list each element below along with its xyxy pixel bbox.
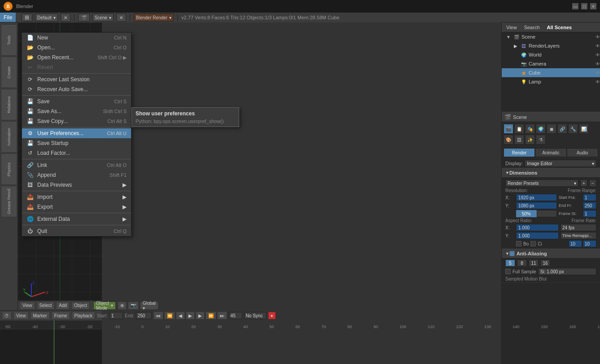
render-preset-add[interactable]: +: [580, 180, 587, 187]
menu-save-startup[interactable]: 💾 Save Startup: [22, 138, 131, 148]
layout-icon[interactable]: ⊞: [22, 13, 32, 22]
world-eye-icon[interactable]: 👁: [596, 53, 600, 57]
menu-user-prefs[interactable]: ⚙ User Preferences... Ctrl Alt U: [22, 128, 131, 138]
props-tab-modifiers[interactable]: 🔧: [568, 124, 578, 134]
menu-load-factory[interactable]: ↺ Load Factor...: [22, 148, 131, 158]
bo-input[interactable]: 10: [569, 240, 582, 247]
viewport-camera-btn[interactable]: 📷: [128, 302, 139, 310]
start-fra-input[interactable]: 1: [583, 194, 596, 201]
viewport-add-btn[interactable]: Add: [56, 302, 70, 310]
menu-external-data[interactable]: 🌐 External Data ▶: [22, 214, 131, 224]
timeline-icon[interactable]: ⏱: [2, 311, 12, 320]
ci-input[interactable]: 10: [583, 240, 596, 247]
end-input[interactable]: 250: [136, 312, 152, 319]
props-tab-scene[interactable]: 🎭: [525, 124, 535, 134]
timeline-view-btn[interactable]: View: [13, 311, 29, 320]
props-tab-constraints[interactable]: 🔗: [557, 124, 567, 134]
bo-checkbox[interactable]: [516, 241, 521, 246]
object-mode-dropdown[interactable]: Object Mode▾: [93, 302, 116, 310]
renderlayer-eye-icon[interactable]: 👁: [596, 44, 600, 48]
sidebar-tab-create[interactable]: Create: [1, 57, 17, 88]
props-tab-material[interactable]: 🎨: [504, 135, 513, 145]
minimize-button[interactable]: —: [572, 3, 578, 9]
aa-16[interactable]: 16: [540, 259, 550, 267]
props-tab-renderlayer[interactable]: 📋: [514, 124, 524, 134]
menu-recover-last[interactable]: ⟳ Recover Last Session: [22, 75, 131, 84]
prev-frame-btn[interactable]: ⏪: [164, 311, 175, 320]
aa-5[interactable]: 5: [505, 259, 515, 267]
menu-new[interactable]: 📄 New Ctrl N: [22, 33, 131, 43]
engine-dropdown[interactable]: Blender Render ▾: [134, 13, 174, 22]
prev-keyframe-btn[interactable]: ◀: [176, 311, 185, 320]
render-preset-remove[interactable]: −: [589, 180, 596, 187]
props-tab-texture[interactable]: 🖼: [514, 135, 524, 145]
menu-recover-auto[interactable]: ⟳ Recover Auto Save...: [22, 84, 131, 94]
sidebar-tab-grease[interactable]: Grease Pencil: [1, 186, 17, 217]
viewport-view-btn[interactable]: View: [20, 302, 35, 310]
scene-eye-icon[interactable]: 👁: [596, 35, 600, 39]
menu-import[interactable]: 📥 Import ▶: [22, 192, 131, 202]
render-preset-dropdown[interactable]: Render Presets ▾: [505, 180, 578, 187]
viewport-select-btn[interactable]: Select: [37, 302, 55, 310]
menu-revert[interactable]: ↩ Revert: [22, 62, 131, 72]
props-tab-particles[interactable]: ✨: [525, 135, 535, 145]
layout-close[interactable]: ✕: [61, 13, 70, 22]
outliner-tab-all-scenes[interactable]: All Scenes: [545, 25, 574, 30]
timeline-playback-btn[interactable]: Playback: [72, 311, 96, 320]
sidebar-tab-animation[interactable]: Animation: [1, 121, 17, 153]
sidebar-tab-relations[interactable]: Relations: [1, 89, 17, 120]
props-tab-physics[interactable]: ⚗: [536, 135, 546, 145]
full-sample-checkbox[interactable]: [505, 269, 511, 274]
outliner-item-world[interactable]: 🌍 World 👁: [502, 50, 600, 59]
sync-dropdown[interactable]: No Sync: [244, 312, 267, 319]
percent-filled[interactable]: 50%: [516, 210, 537, 217]
timeline-body[interactable]: -50 -40 -30 -20 -10 0 10 20 30 40 50 60 …: [0, 320, 102, 364]
maximize-button[interactable]: □: [581, 3, 587, 9]
outliner-item-cube[interactable]: ◼ Cube 👁: [502, 68, 600, 77]
dimensions-section-header[interactable]: Dimensions: [502, 168, 600, 178]
record-btn[interactable]: ●: [268, 312, 276, 319]
props-tab-data[interactable]: 📊: [579, 124, 589, 134]
skip-end-btn[interactable]: ⏭: [217, 311, 227, 320]
menu-export[interactable]: 📤 Export ▶: [22, 202, 131, 212]
file-menu-trigger[interactable]: File: [0, 13, 16, 22]
menu-data-previews[interactable]: 🖼 Data Previews ▶: [22, 180, 131, 190]
time-remap-input[interactable]: Time Remappi...: [561, 232, 596, 239]
outliner-tab-search[interactable]: Search: [522, 25, 542, 30]
sidebar-tab-physics[interactable]: Physics: [1, 153, 17, 185]
viewport-object-btn[interactable]: Object: [71, 302, 90, 310]
props-tab-render[interactable]: 🎬: [504, 124, 513, 134]
next-frame-btn[interactable]: ⏩: [206, 311, 216, 320]
res-y-input[interactable]: 1080 px: [516, 202, 557, 209]
sidebar-tab-tools[interactable]: Tools: [1, 24, 17, 56]
global-dropdown[interactable]: Global ▾: [140, 302, 158, 310]
lamp-eye-icon[interactable]: 👁: [596, 79, 600, 84]
menu-save-copy[interactable]: 💾 Save Copy... Ctrl Alt S: [22, 116, 131, 126]
frame-rate-input[interactable]: 24 fps: [561, 224, 596, 231]
scene-icon[interactable]: 🎬: [78, 13, 90, 22]
aa-11[interactable]: 11: [529, 259, 539, 267]
outliner-item-scene[interactable]: ▼ 🎬 Scene 👁: [502, 32, 600, 41]
render-tab-animatic[interactable]: Animatic: [535, 148, 566, 157]
ci-checkbox[interactable]: [530, 241, 536, 246]
menu-save-as[interactable]: 💾 Save As... Shift Ctrl S: [22, 106, 131, 116]
res-x-input[interactable]: 1920 px: [516, 194, 557, 201]
aspect-y-input[interactable]: 1.000: [516, 232, 559, 239]
outliner-item-renderlayers[interactable]: ▶ 🖼 RenderLayers 👁: [502, 41, 600, 50]
viewport-perspective-btn[interactable]: ⊕: [118, 302, 127, 310]
menu-open[interactable]: 📂 Open... Ctrl O: [22, 43, 131, 53]
menu-append[interactable]: 📎 Append Shift F1: [22, 170, 131, 180]
aspect-x-input[interactable]: 1.000: [516, 224, 559, 231]
outliner-tab-view[interactable]: View: [504, 25, 519, 30]
outliner-item-camera[interactable]: 📷 Camera 👁: [502, 59, 600, 68]
timeline-frame-btn[interactable]: Frame: [52, 311, 70, 320]
scene-dropdown[interactable]: Scene ▾: [92, 13, 114, 22]
render-tab-render[interactable]: Render: [504, 148, 535, 157]
play-btn[interactable]: ▶: [186, 311, 195, 320]
render-tab-audio[interactable]: Audio: [567, 148, 598, 157]
close-button[interactable]: ×: [590, 3, 596, 9]
start-input[interactable]: 1: [109, 312, 123, 319]
next-keyframe-btn[interactable]: ▶: [196, 311, 205, 320]
layout-dropdown[interactable]: Default ▾: [35, 13, 58, 22]
props-tab-world[interactable]: 🌍: [536, 124, 546, 134]
